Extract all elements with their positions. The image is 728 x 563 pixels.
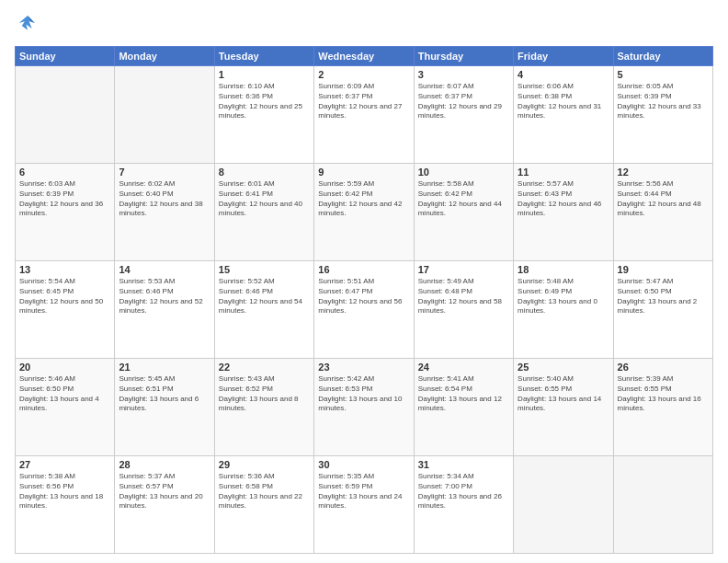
day-number: 13 [19,264,110,275]
cell-info: Sunrise: 5:40 AMSunset: 6:55 PMDaylight:… [518,374,609,414]
cell-info: Sunrise: 6:02 AMSunset: 6:40 PMDaylight:… [119,179,210,219]
col-header-saturday: Saturday [613,47,712,66]
day-number: 2 [318,69,409,80]
week-row-4: 20Sunrise: 5:46 AMSunset: 6:50 PMDayligh… [16,359,713,456]
calendar-cell: 4Sunrise: 6:06 AMSunset: 6:38 PMDaylight… [514,66,613,164]
day-number: 31 [418,459,509,470]
col-header-wednesday: Wednesday [314,47,414,66]
calendar-cell [115,66,214,164]
day-number: 27 [19,459,110,470]
calendar-cell: 2Sunrise: 6:09 AMSunset: 6:37 PMDaylight… [314,66,414,164]
day-number: 9 [318,167,409,178]
col-header-friday: Friday [514,47,613,66]
day-number: 8 [219,167,310,178]
cell-info: Sunrise: 5:38 AMSunset: 6:56 PMDaylight:… [19,472,110,511]
day-number: 4 [518,69,609,80]
calendar-cell: 31Sunrise: 5:34 AMSunset: 7:00 PMDayligh… [414,456,513,554]
cell-info: Sunrise: 6:10 AMSunset: 6:36 PMDaylight:… [219,82,310,121]
day-number: 25 [518,362,609,373]
day-number: 1 [219,69,310,80]
cell-info: Sunrise: 5:46 AMSunset: 6:50 PMDaylight:… [19,374,110,414]
cell-info: Sunrise: 5:49 AMSunset: 6:48 PMDaylight:… [418,277,509,316]
calendar-cell: 3Sunrise: 6:07 AMSunset: 6:37 PMDaylight… [414,66,513,164]
calendar-cell: 28Sunrise: 5:37 AMSunset: 6:57 PMDayligh… [115,456,214,554]
calendar-cell: 16Sunrise: 5:51 AMSunset: 6:47 PMDayligh… [314,261,414,359]
cell-info: Sunrise: 6:05 AMSunset: 6:39 PMDaylight:… [618,82,709,121]
calendar-cell: 14Sunrise: 5:53 AMSunset: 6:46 PMDayligh… [115,261,214,359]
day-number: 10 [418,167,509,178]
calendar-cell: 5Sunrise: 6:05 AMSunset: 6:39 PMDaylight… [613,66,712,164]
calendar-cell: 20Sunrise: 5:46 AMSunset: 6:50 PMDayligh… [16,359,115,456]
cell-info: Sunrise: 5:47 AMSunset: 6:50 PMDaylight:… [618,277,709,316]
calendar-cell: 1Sunrise: 6:10 AMSunset: 6:36 PMDaylight… [214,66,313,164]
day-number: 6 [19,167,110,178]
calendar-cell [613,456,712,554]
cell-info: Sunrise: 5:45 AMSunset: 6:51 PMDaylight:… [119,374,210,414]
calendar-cell: 9Sunrise: 5:59 AMSunset: 6:42 PMDaylight… [314,164,414,261]
cell-info: Sunrise: 5:41 AMSunset: 6:54 PMDaylight:… [418,374,509,414]
calendar-cell: 27Sunrise: 5:38 AMSunset: 6:56 PMDayligh… [16,456,115,554]
day-number: 18 [518,264,609,275]
week-row-2: 6Sunrise: 6:03 AMSunset: 6:39 PMDaylight… [16,164,713,261]
calendar-cell: 15Sunrise: 5:52 AMSunset: 6:46 PMDayligh… [214,261,313,359]
day-number: 11 [518,167,609,178]
calendar-cell: 18Sunrise: 5:48 AMSunset: 6:49 PMDayligh… [514,261,613,359]
cell-info: Sunrise: 5:43 AMSunset: 6:52 PMDaylight:… [219,374,310,414]
day-number: 26 [618,362,709,373]
calendar-cell: 29Sunrise: 5:36 AMSunset: 6:58 PMDayligh… [214,456,313,554]
cell-info: Sunrise: 5:42 AMSunset: 6:53 PMDaylight:… [318,374,409,414]
cell-info: Sunrise: 5:57 AMSunset: 6:43 PMDaylight:… [518,179,609,219]
col-header-tuesday: Tuesday [214,47,313,66]
day-number: 19 [618,264,709,275]
calendar-cell: 7Sunrise: 6:02 AMSunset: 6:40 PMDaylight… [115,164,214,261]
cell-info: Sunrise: 5:39 AMSunset: 6:55 PMDaylight:… [618,374,709,414]
calendar-cell: 24Sunrise: 5:41 AMSunset: 6:54 PMDayligh… [414,359,513,456]
calendar-cell: 11Sunrise: 5:57 AMSunset: 6:43 PMDayligh… [514,164,613,261]
day-number: 30 [318,459,409,470]
day-number: 28 [119,459,210,470]
day-number: 23 [318,362,409,373]
calendar-cell [514,456,613,554]
day-number: 12 [618,167,709,178]
cell-info: Sunrise: 6:06 AMSunset: 6:38 PMDaylight:… [518,82,609,121]
calendar-cell: 10Sunrise: 5:58 AMSunset: 6:42 PMDayligh… [414,164,513,261]
col-header-sunday: Sunday [16,47,115,66]
col-header-monday: Monday [115,47,214,66]
cell-info: Sunrise: 5:56 AMSunset: 6:44 PMDaylight:… [618,179,709,219]
cell-info: Sunrise: 5:52 AMSunset: 6:46 PMDaylight:… [219,277,310,316]
cell-info: Sunrise: 5:51 AMSunset: 6:47 PMDaylight:… [318,277,409,316]
cell-info: Sunrise: 5:34 AMSunset: 7:00 PMDaylight:… [418,472,509,511]
cell-info: Sunrise: 5:37 AMSunset: 6:57 PMDaylight:… [119,472,210,511]
cell-info: Sunrise: 6:07 AMSunset: 6:37 PMDaylight:… [418,82,509,121]
calendar-cell: 13Sunrise: 5:54 AMSunset: 6:45 PMDayligh… [16,261,115,359]
cell-info: Sunrise: 5:36 AMSunset: 6:58 PMDaylight:… [219,472,310,511]
day-number: 29 [219,459,310,470]
cell-info: Sunrise: 5:54 AMSunset: 6:45 PMDaylight:… [19,277,110,316]
calendar-cell: 22Sunrise: 5:43 AMSunset: 6:52 PMDayligh… [214,359,313,456]
week-row-5: 27Sunrise: 5:38 AMSunset: 6:56 PMDayligh… [16,456,713,554]
logo [15,13,44,39]
calendar-cell: 25Sunrise: 5:40 AMSunset: 6:55 PMDayligh… [514,359,613,456]
calendar-cell: 19Sunrise: 5:47 AMSunset: 6:50 PMDayligh… [613,261,712,359]
day-number: 5 [618,69,709,80]
calendar-cell: 26Sunrise: 5:39 AMSunset: 6:55 PMDayligh… [613,359,712,456]
day-number: 21 [119,362,210,373]
calendar-cell: 8Sunrise: 6:01 AMSunset: 6:41 PMDaylight… [214,164,313,261]
col-header-thursday: Thursday [414,47,513,66]
logo-bird-icon [15,13,40,39]
week-row-1: 1Sunrise: 6:10 AMSunset: 6:36 PMDaylight… [16,66,713,164]
calendar-cell: 6Sunrise: 6:03 AMSunset: 6:39 PMDaylight… [16,164,115,261]
calendar-cell: 17Sunrise: 5:49 AMSunset: 6:48 PMDayligh… [414,261,513,359]
day-number: 17 [418,264,509,275]
calendar-cell: 21Sunrise: 5:45 AMSunset: 6:51 PMDayligh… [115,359,214,456]
cell-info: Sunrise: 5:59 AMSunset: 6:42 PMDaylight:… [318,179,409,219]
day-number: 14 [119,264,210,275]
day-number: 16 [318,264,409,275]
calendar-cell: 12Sunrise: 5:56 AMSunset: 6:44 PMDayligh… [613,164,712,261]
svg-marker-0 [19,16,35,30]
cell-info: Sunrise: 5:58 AMSunset: 6:42 PMDaylight:… [418,179,509,219]
day-number: 3 [418,69,509,80]
calendar-table: SundayMondayTuesdayWednesdayThursdayFrid… [15,46,713,554]
day-number: 20 [19,362,110,373]
header [15,13,713,39]
